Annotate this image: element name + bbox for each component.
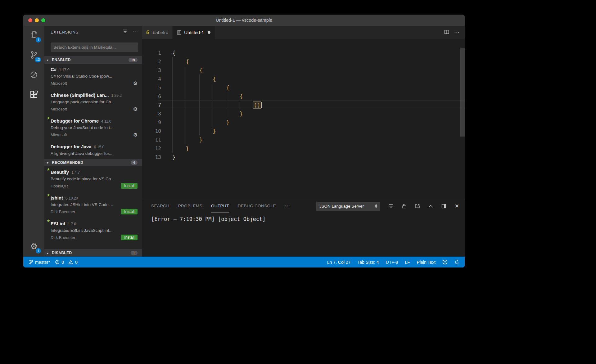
extension-version: 1.4.7 bbox=[71, 170, 80, 175]
section-enabled: ▾ ENABLED 19 C# 1.17.0 C# for Visual Stu… bbox=[44, 56, 142, 159]
extension-list-item[interactable]: ★ Beautify 1.4.7 Beautify code in place … bbox=[44, 166, 142, 192]
code-editor[interactable]: 1 { 2 { 3 { 4 { 5 { 6 { 7 () 8 } 9 } 10 … bbox=[142, 39, 465, 199]
settings-button[interactable]: ⚙ 1 bbox=[23, 236, 44, 257]
traffic-lights bbox=[28, 15, 45, 26]
install-button[interactable]: Install bbox=[121, 209, 138, 214]
git-branch-status[interactable]: master* bbox=[29, 259, 50, 265]
panel-layout-icon[interactable] bbox=[441, 204, 446, 209]
split-editor-icon[interactable] bbox=[444, 29, 449, 36]
extension-name: Chinese (Simplified) Lan... bbox=[51, 92, 109, 98]
code-line[interactable]: 3 { bbox=[142, 66, 465, 74]
extension-list-item[interactable]: Debugger for Java 0.15.0 A lightweight J… bbox=[44, 141, 142, 159]
code-line[interactable]: 4 { bbox=[142, 74, 465, 83]
line-number: 11 bbox=[142, 137, 161, 143]
extension-list-item[interactable]: C# 1.17.0 C# for Visual Studio Code (pow… bbox=[44, 64, 142, 89]
extension-list-item[interactable]: ★ ESLint 1.7.0 Integrates ESLint JavaScr… bbox=[44, 218, 142, 244]
code-line[interactable]: 10 } bbox=[142, 127, 465, 135]
activity-debug-button[interactable] bbox=[23, 65, 44, 85]
extension-gear-icon[interactable]: ⚙ bbox=[133, 106, 138, 112]
code-token: } bbox=[226, 119, 229, 126]
warning-icon bbox=[68, 260, 73, 264]
output-channel-select[interactable]: JSON Language Server bbox=[316, 202, 380, 211]
extension-description: C# for Visual Studio Code (pow... bbox=[51, 74, 138, 79]
activity-source-control-button[interactable]: 13 bbox=[23, 46, 44, 65]
code-token: } bbox=[172, 154, 176, 160]
status-plain-text[interactable]: Plain Text bbox=[417, 260, 436, 265]
more-editor-actions-icon[interactable]: ⋯ bbox=[454, 31, 460, 34]
file-icon bbox=[177, 30, 182, 35]
install-button[interactable]: Install bbox=[121, 235, 138, 240]
line-number: 12 bbox=[142, 146, 161, 151]
clear-output-icon[interactable] bbox=[388, 204, 394, 209]
minimize-window-button[interactable] bbox=[35, 18, 39, 22]
status-lf[interactable]: LF bbox=[405, 260, 410, 265]
code-line[interactable]: 7 () bbox=[142, 101, 465, 109]
indent-guide bbox=[199, 92, 213, 101]
feedback-smiley-icon[interactable] bbox=[442, 259, 448, 265]
editor-tab-label: .babelrc bbox=[151, 30, 168, 35]
code-line[interactable]: 11 } bbox=[142, 135, 465, 144]
extension-list-item[interactable]: ★ jshint 0.10.20 Integrates JSHint into … bbox=[44, 192, 142, 218]
extension-author: Dirk Baeumer bbox=[51, 209, 75, 214]
code-line[interactable]: 2 { bbox=[142, 57, 465, 66]
activity-files-button[interactable]: 1 bbox=[23, 26, 44, 46]
status-tab-size-4[interactable]: Tab Size: 4 bbox=[357, 260, 379, 265]
more-actions-icon[interactable]: ⋯ bbox=[133, 30, 138, 34]
lock-scroll-icon[interactable] bbox=[402, 204, 407, 209]
editor-tab-bar: 6 .babelrc Untitled-1 ⋯ bbox=[142, 26, 465, 39]
activity-extensions-button[interactable] bbox=[23, 85, 44, 105]
chevron-icon: ▾ bbox=[47, 58, 51, 62]
sidebar-title: EXTENSIONS bbox=[51, 30, 79, 34]
editor-scrollbar[interactable] bbox=[460, 48, 465, 137]
extension-name: C# bbox=[51, 67, 56, 72]
bottom-panel: SEARCHPROBLEMSOUTPUTDEBUG CONSOLE ⋯ JSON… bbox=[142, 199, 465, 257]
filter-icon[interactable] bbox=[123, 29, 128, 35]
open-log-file-icon[interactable] bbox=[415, 204, 420, 209]
indent-guide bbox=[186, 135, 199, 144]
maximize-panel-icon[interactable] bbox=[428, 205, 433, 208]
zoom-window-button[interactable] bbox=[41, 18, 45, 22]
status-ln-7-col-27[interactable]: Ln 7, Col 27 bbox=[327, 260, 351, 265]
code-line[interactable]: 8 } bbox=[142, 109, 465, 118]
code-line[interactable]: 5 { bbox=[142, 83, 465, 92]
indent-guide bbox=[199, 83, 213, 92]
problems-status[interactable]: 0 0 bbox=[55, 260, 78, 265]
status-utf-8[interactable]: UTF-8 bbox=[386, 260, 398, 265]
editor-tab-untitled-1[interactable]: Untitled-1 bbox=[173, 26, 215, 39]
close-window-button[interactable] bbox=[28, 18, 32, 22]
panel-tab-search[interactable]: SEARCH bbox=[151, 199, 169, 213]
indent-guide bbox=[199, 74, 213, 83]
editor-tab--babelrc[interactable]: 6 .babelrc bbox=[142, 26, 173, 39]
activity-badge: 1 bbox=[36, 37, 41, 43]
extension-version: 1.17.0 bbox=[59, 68, 69, 72]
git-branch-icon bbox=[29, 259, 33, 265]
code-line[interactable]: 9 } bbox=[142, 118, 465, 127]
section-header[interactable]: ▸ DISABLED 1 bbox=[44, 249, 142, 257]
extension-list-item[interactable]: ★ Debugger for Chrome 4.11.0 Debug your … bbox=[44, 115, 142, 141]
output-console[interactable]: [Error — 7:19:30 PM] [object Object] bbox=[142, 213, 465, 257]
extension-list-item[interactable]: Chinese (Simplified) Lan... 1.29.2 Langu… bbox=[44, 89, 142, 115]
panel-tab-debug-console[interactable]: DEBUG CONSOLE bbox=[238, 199, 276, 213]
search-input[interactable] bbox=[51, 45, 138, 50]
activity-badge: 13 bbox=[35, 57, 41, 62]
extension-description: Beautify code in place for VS Co... bbox=[51, 177, 138, 181]
install-button[interactable]: Install bbox=[121, 183, 138, 189]
extension-gear-icon[interactable]: ⚙ bbox=[133, 80, 138, 86]
code-line[interactable]: 6 { bbox=[142, 92, 465, 101]
panel-tab-problems[interactable]: PROBLEMS bbox=[178, 199, 202, 213]
code-line[interactable]: 1 { bbox=[142, 48, 465, 57]
notifications-bell-icon[interactable] bbox=[454, 259, 459, 265]
close-panel-icon[interactable]: ✕ bbox=[455, 203, 459, 209]
panel-tab-output[interactable]: OUTPUT bbox=[211, 199, 229, 213]
section-header[interactable]: ▾ RECOMMENDED 4 bbox=[44, 159, 142, 166]
extension-description: Integrates JSHint into VS Code. ... bbox=[51, 202, 138, 207]
extension-gear-icon[interactable]: ⚙ bbox=[133, 132, 138, 138]
more-panel-tabs-icon[interactable]: ⋯ bbox=[285, 204, 290, 208]
chevron-icon: ▾ bbox=[47, 161, 51, 164]
section-header[interactable]: ▾ ENABLED 19 bbox=[44, 56, 142, 64]
code-line[interactable]: 12 } bbox=[142, 144, 465, 153]
line-number: 7 bbox=[142, 102, 161, 108]
code-line[interactable]: 13 } bbox=[142, 153, 465, 161]
section-count-badge: 4 bbox=[131, 160, 138, 165]
line-number: 6 bbox=[142, 93, 161, 99]
